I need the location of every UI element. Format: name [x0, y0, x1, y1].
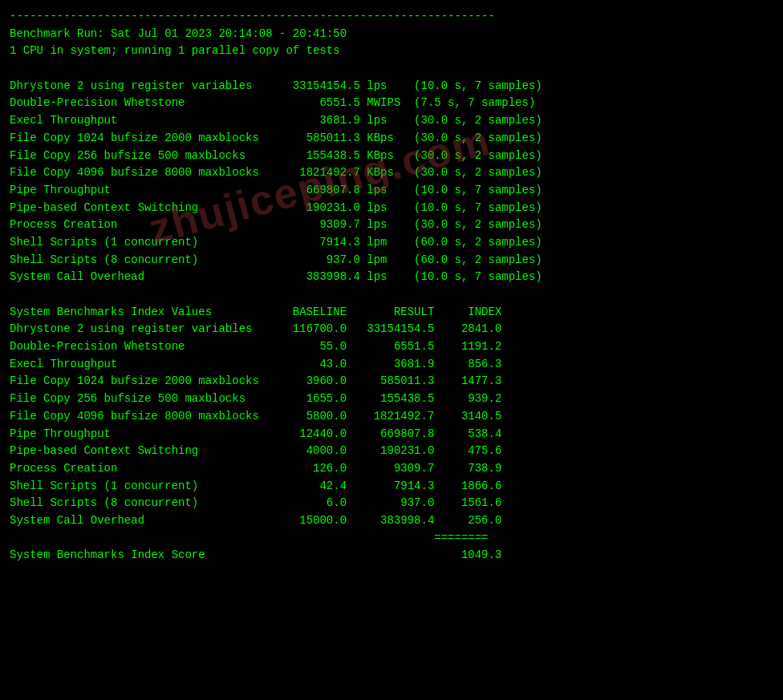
benchmark-raw-row: File Copy 1024 bufsize 2000 maxblocks 58…	[10, 130, 773, 148]
benchmark-index-row: Pipe Throughput 12440.0 669807.8 538.4	[10, 426, 773, 443]
benchmark-index-row: Process Creation 126.0 9309.7 738.9	[10, 460, 773, 478]
benchmark-index-row: Pipe-based Context Switching 4000.0 1902…	[10, 443, 773, 460]
header-line1: Benchmark Run: Sat Jul 01 2023 20:14:08 …	[10, 26, 773, 43]
footer-section: ========System Benchmarks Index Score 10…	[10, 530, 773, 582]
benchmark-index-row: File Copy 256 bufsize 500 maxblocks 1655…	[10, 390, 773, 408]
benchmark-index-row: Double-Precision Whetstone 55.0 6551.5 1…	[10, 338, 773, 356]
benchmark-raw-row: Pipe Throughput 669807.8 lps (10.0 s, 7 …	[10, 182, 773, 200]
benchmark-index-row: File Copy 4096 bufsize 8000 maxblocks 58…	[10, 408, 773, 426]
benchmark-raw-row: File Copy 256 bufsize 500 maxblocks 1554…	[10, 148, 773, 165]
benchmark-index-row: Dhrystone 2 using register variables 116…	[10, 321, 773, 338]
header-line2: 1 CPU in system; running 1 parallel copy…	[10, 42, 773, 60]
benchmark-raw-row: Process Creation 9309.7 lps (30.0 s, 2 s…	[10, 216, 773, 234]
benchmark-index-row: Shell Scripts (8 concurrent) 6.0 937.0 1…	[10, 495, 773, 512]
equals-line: ========	[10, 530, 773, 548]
benchmark-raw-row: Shell Scripts (1 concurrent) 7914.3 lpm …	[10, 234, 773, 252]
score-line: System Benchmarks Index Score 1049.3	[10, 547, 773, 564]
benchmark-raw-row: Execl Throughput 3681.9 lps (30.0 s, 2 s…	[10, 112, 773, 130]
benchmark-index-row: System Call Overhead 15000.0 383998.4 25…	[10, 512, 773, 530]
benchmark-index-row: File Copy 1024 bufsize 2000 maxblocks 39…	[10, 373, 773, 390]
raw-benchmarks-section: Dhrystone 2 using register variables 331…	[10, 78, 773, 286]
benchmark-raw-row: Pipe-based Context Switching 190231.0 lp…	[10, 200, 773, 217]
benchmark-index-row: Execl Throughput 43.0 3681.9 856.3	[10, 356, 773, 374]
benchmark-raw-row: File Copy 4096 bufsize 8000 maxblocks 18…	[10, 164, 773, 182]
index-header: System Benchmarks Index Values BASELINE …	[10, 304, 773, 322]
separator-line: ----------------------------------------…	[10, 8, 773, 26]
benchmark-raw-row: Shell Scripts (8 concurrent) 937.0 lpm (…	[10, 252, 773, 269]
index-benchmarks-section: Dhrystone 2 using register variables 116…	[10, 321, 773, 529]
index-header-line: System Benchmarks Index Values BASELINE …	[10, 304, 773, 322]
benchmark-raw-row: System Call Overhead 383998.4 lps (10.0 …	[10, 269, 773, 286]
benchmark-raw-row: Double-Precision Whetstone 6551.5 MWIPS …	[10, 95, 773, 112]
terminal-output: ----------------------------------------…	[10, 8, 773, 582]
benchmark-index-row: Shell Scripts (1 concurrent) 42.4 7914.3…	[10, 478, 773, 496]
benchmark-raw-row: Dhrystone 2 using register variables 331…	[10, 78, 773, 95]
